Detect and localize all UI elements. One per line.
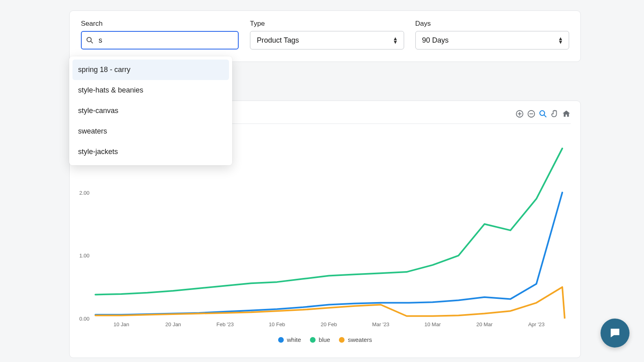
search-label: Search	[81, 20, 239, 28]
days-label: Days	[415, 20, 570, 28]
x-axis-tick: 10 Feb	[269, 321, 285, 327]
x-axis-tick: 10 Jan	[114, 321, 129, 327]
x-axis-tick: 10 Mar	[425, 321, 441, 327]
suggestion-item[interactable]: style-hats & beanies	[69, 80, 232, 101]
y-axis-tick: 2.00	[79, 189, 89, 195]
type-select-value: Product Tags	[257, 36, 299, 45]
svg-line-1	[91, 41, 93, 43]
legend-label: blue	[319, 336, 330, 343]
legend-item-blue[interactable]: blue	[310, 336, 330, 343]
legend-item-sweaters[interactable]: sweaters	[339, 336, 372, 343]
chart-legend: white blue sweaters	[70, 336, 580, 343]
legend-item-white[interactable]: white	[278, 336, 301, 343]
x-axis-tick: Apr '23	[528, 321, 545, 327]
days-field: Days 90 Days ▲▼	[415, 20, 570, 49]
days-select[interactable]: 90 Days ▲▼	[415, 31, 570, 49]
y-axis-tick: 1.00	[79, 253, 89, 259]
y-axis-tick: 0.00	[79, 316, 89, 322]
x-axis-tick: 20 Feb	[321, 321, 337, 327]
zoom-out-icon[interactable]	[527, 109, 536, 118]
x-axis-tick: Mar '23	[372, 321, 389, 327]
suggestion-item[interactable]: spring 18 - carry	[72, 60, 229, 80]
chart-line-sweaters-tail	[562, 287, 565, 319]
zoom-in-icon[interactable]	[515, 109, 524, 118]
search-suggestions: spring 18 - carry style-hats & beanies s…	[69, 56, 232, 165]
chart-line-white	[95, 193, 562, 315]
chat-icon	[609, 327, 621, 339]
search-input[interactable]	[81, 31, 239, 49]
zoom-selection-icon[interactable]	[539, 109, 547, 118]
svg-point-7	[540, 111, 545, 115]
pan-icon[interactable]	[550, 109, 559, 118]
legend-label: sweaters	[348, 336, 372, 343]
svg-point-0	[87, 37, 91, 42]
type-field: Type Product Tags ▲▼	[250, 20, 404, 49]
x-axis-tick: Feb '23	[217, 321, 234, 327]
days-select-value: 90 Days	[422, 36, 449, 45]
type-label: Type	[250, 20, 404, 28]
caret-icon: ▲▼	[558, 37, 563, 44]
svg-line-8	[544, 115, 547, 117]
search-input-wrap	[81, 31, 239, 49]
suggestion-item[interactable]: sweaters	[69, 121, 232, 142]
legend-dot-icon	[339, 337, 345, 343]
chart-line-blue	[95, 148, 562, 294]
legend-dot-icon	[278, 337, 284, 343]
legend-label: white	[287, 336, 301, 343]
suggestion-item[interactable]: style-canvas	[69, 101, 232, 121]
suggestion-item[interactable]: style-jackets	[69, 142, 232, 162]
search-icon	[86, 36, 94, 44]
caret-icon: ▲▼	[393, 37, 398, 44]
type-select[interactable]: Product Tags ▲▼	[250, 31, 404, 49]
x-axis-tick: 20 Jan	[165, 321, 181, 327]
reset-home-icon[interactable]	[562, 109, 571, 118]
search-field: Search	[81, 20, 239, 49]
chat-button[interactable]	[601, 319, 630, 348]
x-axis-tick: 20 Mar	[476, 321, 492, 327]
filters-panel: Search Type Product Tags ▲▼ Days 90 Days…	[69, 10, 581, 62]
legend-dot-icon	[310, 337, 316, 343]
